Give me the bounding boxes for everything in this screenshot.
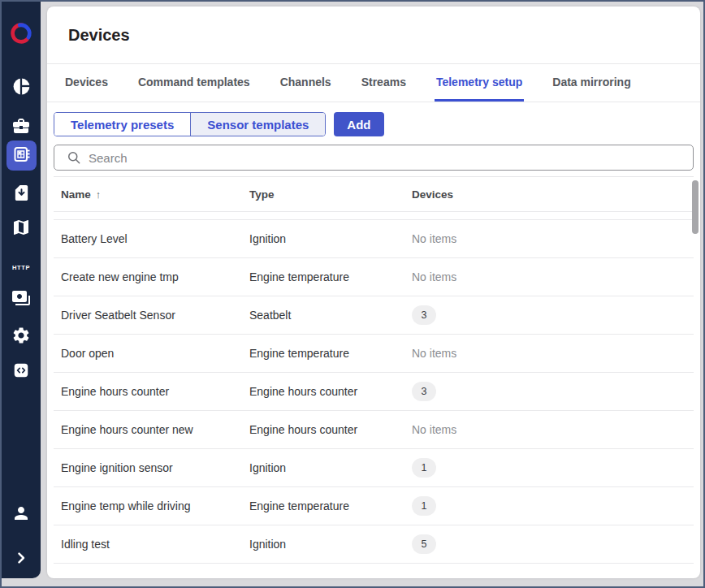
preset-devices: 5 [404,534,694,554]
preset-name: Engine temp while driving [54,499,242,512]
add-button[interactable]: Add [334,112,383,136]
preset-type: Engine temperature [242,270,404,283]
table-row[interactable]: Door open Engine temperature No items [54,335,694,373]
preset-name: Engine hours counter [54,385,242,398]
preset-type: Ignition [242,538,404,551]
preset-type: Engine temperature [242,499,404,512]
tab-bar: Devices Command templates Channels Strea… [47,64,700,102]
chevron-right-icon [13,550,29,566]
page-header: Devices [47,6,700,64]
preset-name: Create new engine tmp [54,270,242,283]
toggle-telemetry-presets[interactable]: Telemetry presets [54,113,190,136]
preset-name: Idling test [54,538,242,551]
logo-icon [7,19,35,46]
sort-asc-icon: ↑ [96,188,102,201]
tab-data-mirroring[interactable]: Data mirroring [551,64,632,102]
preset-devices: No items [404,423,694,436]
tab-channels[interactable]: Channels [279,64,333,102]
presets-table: Name↑ Type Devices Battery Level Ignitio… [54,176,694,564]
sidebar: HTTP [2,2,41,578]
sidebar-item-account[interactable] [2,502,41,525]
preset-name: Battery Level [54,232,242,245]
table-row[interactable]: Driver Seatbelt Sensor Seatbelt 3 [54,296,694,335]
sim-card-download-icon [12,184,31,202]
sidebar-item-dashboard[interactable] [2,75,41,97]
column-header-type[interactable]: Type [242,188,404,201]
search-bar [54,145,694,171]
main-panel: Devices Devices Command templates Channe… [47,6,700,578]
search-icon [66,149,82,169]
preset-devices: No items [404,232,694,245]
vertical-scrollbar-thumb[interactable] [692,180,699,234]
devices-chip-icon [12,145,32,167]
sidebar-expand-button[interactable] [2,547,41,569]
preset-type: Engine hours counter [242,423,404,436]
table-row[interactable]: Idling test Ignition 5 [54,525,694,564]
table-row[interactable]: Engine ignition sensor Ignition 1 [54,449,694,487]
search-input[interactable] [54,145,694,171]
preset-name: Engine hours counter new [54,423,242,436]
preset-type: Engine temperature [242,347,404,360]
table-row[interactable]: Battery Level Ignition No items [54,220,694,258]
map-icon [11,218,31,237]
preset-type: Engine hours counter [242,385,404,398]
preset-devices: No items [404,347,694,360]
preset-name: Engine ignition sensor [54,461,242,474]
tab-command-templates[interactable]: Command templates [136,64,252,102]
code-icon [12,361,30,379]
preset-devices: 3 [404,382,694,401]
sidebar-item-maps[interactable] [2,216,41,239]
tab-devices[interactable]: Devices [63,64,110,102]
table-row-partial [54,212,694,220]
column-header-name[interactable]: Name↑ [54,188,242,201]
device-count-badge: 5 [412,534,436,554]
toggle-sensor-templates[interactable]: Sensor templates [190,113,325,136]
view-toggle-group: Telemetry presets Sensor templates [54,112,326,136]
user-icon [11,504,31,523]
tab-streams[interactable]: Streams [360,64,408,102]
briefcase-icon [11,116,31,136]
device-count-badge: 1 [412,496,436,516]
preset-devices: 1 [404,458,694,478]
preset-devices: No items [404,270,694,283]
preset-name: Driver Seatbelt Sensor [54,309,242,322]
gallery-icon [11,289,31,309]
gear-icon [11,326,31,345]
sidebar-item-developer[interactable] [2,359,41,382]
app-logo[interactable] [2,18,41,47]
sidebar-item-firmware[interactable] [2,181,41,204]
table-row[interactable]: Create new engine tmp Engine temperature… [54,258,694,296]
column-header-devices[interactable]: Devices [404,188,694,201]
table-row[interactable]: Engine temp while driving Engine tempera… [54,487,694,525]
preset-devices: 3 [404,305,694,325]
table-row[interactable]: Engine hours counter Engine hours counte… [54,373,694,411]
toolbar: Telemetry presets Sensor templates Add [54,112,694,136]
tab-telemetry-setup[interactable]: Telemetry setup [435,64,524,102]
sidebar-item-devices[interactable] [6,141,37,171]
sidebar-item-settings[interactable] [2,324,41,347]
table-header-row: Name↑ Type Devices [54,177,694,212]
http-icon: HTTP [12,264,30,271]
sidebar-item-workspace[interactable] [2,115,41,137]
page-title: Devices [68,26,130,45]
app-window: HTTP [0,0,705,588]
preset-devices: 1 [404,496,694,516]
device-count-badge: 3 [412,305,436,325]
table-row[interactable]: Engine hours counter new Engine hours co… [54,411,694,449]
pie-chart-icon [11,76,32,97]
device-count-badge: 3 [412,382,436,401]
preset-type: Ignition [242,232,404,245]
preset-name: Door open [54,347,242,360]
preset-type: Ignition [242,461,404,474]
device-count-badge: 1 [412,458,436,478]
sidebar-item-http[interactable]: HTTP [2,256,41,279]
preset-type: Seatbelt [242,309,404,322]
sidebar-item-media[interactable] [2,288,41,310]
